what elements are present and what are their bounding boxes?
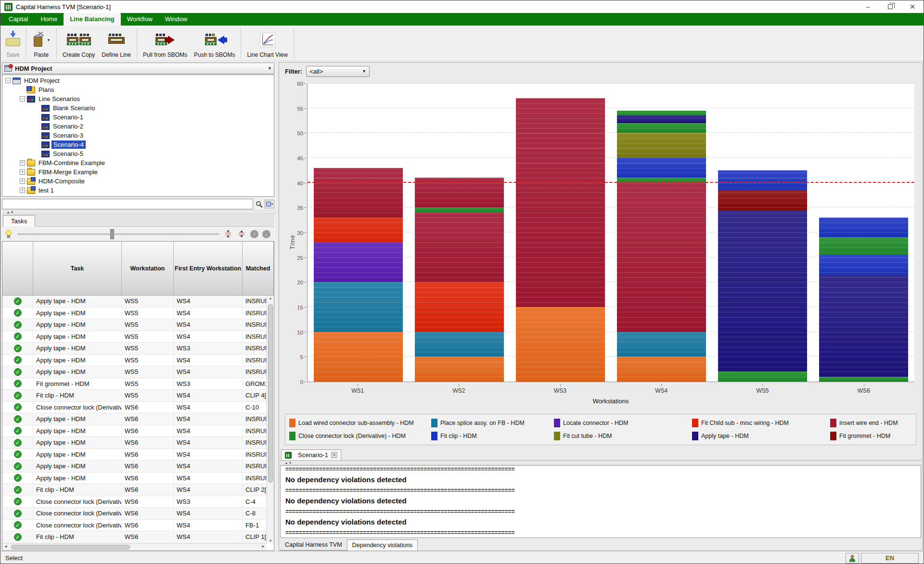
tree-search-input[interactable] [2, 199, 253, 209]
task-row[interactable]: ✓Apply tape - HDMWS5WS3INSRUN51 [2, 343, 267, 355]
tree-item-scenario-5[interactable]: Scenario-5 [2, 149, 274, 158]
bottom-tab-capital-harness-tvm[interactable]: Capital Harness TVM [280, 539, 347, 551]
task-complete-icon: ✓ [14, 521, 22, 529]
tree-item-line-scenarios[interactable]: −Line Scenarios [2, 94, 274, 103]
task-row[interactable]: ✓Fit clip - HDMWS6WS4CLIP 1[CL- [2, 531, 267, 543]
language-indicator[interactable]: EN [861, 553, 919, 564]
splitter-up-icon[interactable]: ▲ [7, 211, 10, 214]
pull-from-sboms-button[interactable]: Pull from SBOMs [140, 26, 191, 60]
restore-button[interactable] [879, 0, 901, 13]
line-chart-view-button[interactable]: Line Chart View [244, 26, 291, 60]
task-row[interactable]: ✓Close connector lock (Derivativ...WS6WS… [2, 496, 267, 508]
splitter-up-icon[interactable]: ▲ [285, 461, 288, 464]
create-copy-button[interactable]: Create Copy [59, 26, 98, 60]
task-row[interactable]: ✓Apply tape - HDMWS5WS4INSRUN10 [2, 295, 267, 308]
column-header-status[interactable] [2, 242, 33, 295]
task-row[interactable]: ✓Apply tape - HDMWS5WS4INSRUN10 [2, 331, 267, 343]
menu-item-home[interactable]: Home [34, 13, 64, 26]
minimize-button[interactable]: − [857, 0, 879, 13]
bottom-tab-dependency-violations[interactable]: Dependency violations [347, 539, 418, 551]
tree-item-scenario-4[interactable]: Scenario-4 [2, 140, 274, 149]
tree-item-scenario-1[interactable]: Scenario-1 [2, 113, 274, 122]
tab-tasks[interactable]: Tasks [3, 215, 35, 227]
task-row[interactable]: ✓Close connector lock (Derivativ...WS6WS… [2, 402, 267, 414]
expand-rows-icon[interactable] [237, 229, 246, 239]
lightbulb-icon[interactable] [4, 229, 13, 239]
tree-expander-icon[interactable]: + [20, 188, 25, 193]
scroll-right-icon[interactable]: ► [261, 544, 265, 549]
save-button[interactable]: Save [2, 26, 24, 60]
task-row[interactable]: ✓Fit grommet - HDMWS5WS3GROM1[G [2, 378, 267, 390]
tree-expander-icon[interactable]: + [20, 160, 25, 166]
menu-item-window[interactable]: Window [159, 13, 193, 26]
scroll-up-icon[interactable]: ▲ [267, 296, 274, 300]
horizontal-scrollbar[interactable]: ◄ ► [2, 543, 267, 551]
define-line-button[interactable]: Define Line [98, 26, 134, 60]
close-button[interactable]: × [901, 0, 924, 13]
paste-dropdown-icon[interactable]: ▼ [47, 38, 51, 42]
menu-item-line-balancing[interactable]: Line Balancing [64, 13, 120, 26]
tree-item-hdm-composite[interactable]: +HDM-Composite [2, 177, 274, 186]
tree-expander-icon[interactable]: + [20, 169, 25, 175]
task-row[interactable]: ✓Fit clip - HDMWS6WS4CLIP 2[CL- [2, 484, 267, 496]
task-row[interactable]: ✓Fit clip - HDMWS5WS4CLIP 4[CL- [2, 390, 267, 402]
tree-expander-icon[interactable]: − [5, 78, 11, 83]
tasks-splitter[interactable]: ▲ ▼ [2, 210, 276, 214]
splitter-down-icon[interactable]: ▼ [289, 461, 292, 464]
zoom-slider[interactable] [17, 233, 219, 235]
column-header-Task[interactable]: Task [33, 242, 122, 295]
tree-item-plans[interactable]: Plans [2, 85, 274, 94]
tab-close-icon[interactable]: × [331, 452, 337, 458]
column-header-Matched[interactable]: Matched [243, 242, 274, 295]
task-row[interactable]: ✓Apply tape - HDMWS6WS4INSRUN10 [2, 413, 267, 425]
task-row[interactable]: ✓Close connector lock (Derivativ...WS6WS… [2, 508, 267, 520]
collapse-rows-icon[interactable] [223, 229, 233, 239]
tree-item-blank-scenario[interactable]: Blank Scenario [2, 103, 274, 113]
task-row[interactable]: ✓Apply tape - HDMWS6WS4INSRUN10 [2, 461, 267, 473]
task-row[interactable]: ✓Apply tape - HDMWS5WS4INSRUN51 [2, 355, 267, 367]
move-down-button[interactable]: ↓ [262, 230, 270, 238]
scrollbar-thumb[interactable] [11, 545, 130, 550]
scrollbar-thumb[interactable] [268, 304, 273, 483]
log-splitter[interactable]: ▲ ▼ [280, 461, 921, 465]
task-row[interactable]: ✓Apply tape - HDMWS5WS4INSRUN51 [2, 366, 267, 378]
view-options-button[interactable]: ▾ [265, 200, 274, 208]
task-row[interactable]: ✓Apply tape - HDMWS6WS4INSRUN50 [2, 449, 267, 461]
splitter-down-icon[interactable]: ▼ [11, 211, 13, 214]
tree-expander-icon[interactable]: − [20, 96, 25, 102]
column-header-First Entry Workstation[interactable]: First Entry Workstation [174, 242, 243, 295]
slider-handle[interactable] [110, 229, 114, 239]
user-button[interactable] [846, 553, 859, 564]
task-row[interactable]: ✓Apply tape - HDMWS5WS4INSRUN50 [2, 319, 267, 331]
tab-scenario-1[interactable]: Scenario-1 × [281, 449, 341, 460]
column-header-Workstation[interactable]: Workstation [122, 242, 174, 295]
tree-item-fbm-merge-example[interactable]: +FBM-Merge Example [2, 167, 274, 177]
dependency-violations-log[interactable]: ========================================… [280, 465, 921, 538]
menu-item-capital[interactable]: Capital [2, 13, 34, 26]
push-to-sboms-button[interactable]: Push to SBOMs [191, 26, 238, 60]
filter-value: <all> [309, 68, 323, 75]
task-row[interactable]: ✓Apply tape - HDMWS6WS4INSRUN51 [2, 473, 267, 485]
tree-item-hdm-project[interactable]: −HDM Project [2, 76, 274, 85]
task-row[interactable]: ✓Apply tape - HDMWS6WS4INSRUN10 [2, 425, 267, 437]
tree-item-fbm-combine-example[interactable]: +FBM-Combine Example [2, 158, 274, 167]
search-icon[interactable] [255, 200, 263, 208]
task-row[interactable]: ✓Close connector lock (Derivativ...WS6WS… [2, 520, 267, 532]
paste-button[interactable]: ▼ Paste [29, 26, 54, 60]
move-up-button[interactable]: ↑ [250, 230, 258, 238]
tree-expander-icon[interactable]: + [20, 179, 25, 184]
task-row[interactable]: ✓Apply tape - HDMWS6WS4INSRUN50 [2, 437, 267, 449]
scroll-left-icon[interactable]: ◄ [4, 544, 8, 549]
vertical-scrollbar[interactable]: ▲ ▼ [267, 295, 274, 543]
ws-cell: WS5 [122, 308, 174, 319]
scroll-down-icon[interactable]: ▼ [267, 539, 274, 542]
task-row[interactable]: ✓Apply tape - HDMWS5WS4INSRUN50 [2, 308, 267, 320]
filter-combo[interactable]: <all> ▼ [306, 66, 370, 77]
chevron-down-icon[interactable]: ▼ [268, 66, 272, 71]
project-selector-combo[interactable]: HDM Project ▼ [2, 63, 274, 74]
tree-item-test-1[interactable]: +test 1 [2, 186, 274, 195]
tree-item-scenario-2[interactable]: Scenario-2 [2, 122, 274, 131]
menu-item-workflow[interactable]: Workflow [121, 13, 159, 26]
ws-cell: WS6 [122, 531, 174, 543]
tree-item-scenario-3[interactable]: Scenario-3 [2, 131, 274, 140]
